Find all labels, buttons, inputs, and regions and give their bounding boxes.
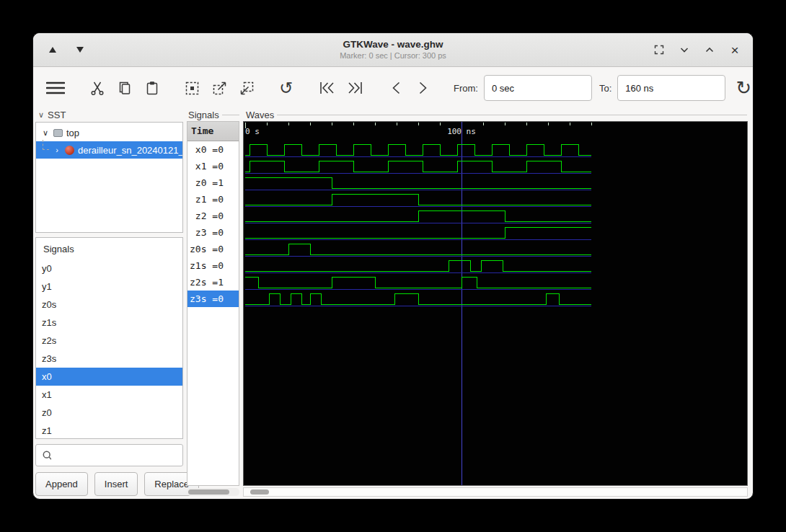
wave-canvas[interactable]: 0 s100 ns [244, 122, 747, 485]
sst-title: SST [48, 110, 66, 120]
wave-name-z0s[interactable]: z0s =0 [187, 241, 239, 257]
undo-icon: ↺ [279, 80, 293, 97]
undo-button[interactable]: ↺ [275, 76, 297, 100]
signal-list-item-z0s[interactable]: z0s [36, 296, 182, 314]
wave-name-z0[interactable]: z0 =1 [187, 174, 239, 191]
fullscreen-icon [653, 44, 665, 56]
skip-to-start-icon [318, 80, 335, 96]
fullscreen-button[interactable] [653, 43, 666, 56]
zoom-out-button[interactable] [236, 76, 257, 100]
wave-name-x1[interactable]: x1 =0 [187, 158, 239, 174]
wave-name-z2s[interactable]: z2s =1 [187, 274, 239, 291]
signal-list-item-y0[interactable]: y0 [36, 260, 182, 278]
wave-name-z1[interactable]: z1 =0 [187, 191, 239, 208]
go-to-start-button[interactable] [315, 76, 338, 100]
signal-list[interactable]: y0y1z0sz1sz2sz3sx0x1z0z1 [36, 260, 182, 439]
wave-name-z3s[interactable]: z3s =0 [187, 291, 239, 307]
refresh-icon: ↻ [736, 79, 751, 97]
window-title-area: GTKWave - wave.ghw Marker: 0 sec | Curso… [340, 39, 446, 61]
signal-list-item-z3s[interactable]: z3s [36, 350, 182, 368]
titlebar-left-controls [46, 33, 87, 66]
signal-list-item-x1[interactable]: x1 [36, 386, 182, 404]
entity-icon [65, 146, 74, 155]
signal-list-panel: Signals y0y1z0sz1sz2sz3sx0x1z0z1 [35, 237, 183, 439]
names-scrollbar-thumb[interactable] [188, 489, 229, 495]
tree-item-top[interactable]: ∨top [36, 124, 182, 141]
signal-buttons: AppendInsertReplace [35, 472, 184, 496]
sst-expander[interactable]: ∨ SST [38, 110, 66, 120]
signal-list-item-x0[interactable]: x0 [36, 368, 182, 386]
signal-list-item-z1s[interactable]: z1s [36, 314, 182, 332]
close-icon: × [730, 43, 738, 57]
names-rows[interactable]: x0 =0 x1 =0 z0 =1 z1 =0 z2 =0 z3 =0z0s =… [187, 141, 239, 307]
search-box[interactable] [35, 444, 183, 466]
names-panel: Time x0 =0 x1 =0 z0 =1 z1 =0 z2 =0 z3 =0… [187, 121, 239, 486]
titlebar-right-controls: × [653, 33, 741, 66]
shade-up-button[interactable] [46, 43, 59, 56]
triangle-down-icon [76, 47, 84, 53]
go-to-end-button[interactable] [344, 76, 367, 100]
hamburger-menu-icon [46, 81, 65, 95]
sst-tree[interactable]: ∨top›derailleur_sn_20240121_ [35, 122, 183, 233]
minimize-button[interactable] [678, 43, 691, 56]
signals-frame-label: Signals [188, 110, 239, 120]
paste-button[interactable] [141, 76, 163, 100]
zoom-fit-button[interactable] [181, 76, 203, 100]
wave-trace-x1 [245, 161, 591, 172]
wave-trace-x0 [245, 144, 591, 155]
wave-scrollbar[interactable] [243, 487, 748, 497]
titlebar[interactable]: GTKWave - wave.ghw Marker: 0 sec | Curso… [33, 33, 753, 67]
wave-name-z3[interactable]: z3 =0 [187, 224, 239, 241]
signal-list-item-z1[interactable]: z1 [36, 422, 182, 439]
wave-trace-z3s [245, 293, 591, 304]
search-icon [42, 450, 51, 461]
wave-trace-z1 [245, 194, 591, 205]
signal-list-item-z0[interactable]: z0 [36, 404, 182, 422]
toolbar: ↺ From: To: ↻ [33, 67, 753, 109]
from-input[interactable] [484, 75, 592, 101]
append-button[interactable]: Append [35, 472, 88, 496]
to-input[interactable] [617, 75, 725, 101]
wave-trace-z2s [245, 277, 591, 288]
next-edge-button[interactable] [412, 76, 434, 100]
tree-item-label: top [66, 128, 79, 138]
reload-button[interactable]: ↻ [731, 76, 754, 100]
wave-name-x0[interactable]: x0 =0 [187, 141, 239, 158]
prev-edge-button[interactable] [385, 76, 407, 100]
signals-frame-text: Signals [188, 110, 219, 120]
wave-panel[interactable]: 0 s100 ns [243, 121, 748, 486]
menu-button[interactable] [43, 76, 69, 100]
zoom-out-icon [239, 80, 255, 97]
expander-expanded-icon[interactable]: ∨ [41, 128, 50, 138]
shade-down-button[interactable] [74, 43, 87, 56]
copy-button[interactable] [114, 76, 136, 100]
time-header[interactable]: Time [187, 122, 239, 141]
chevron-right-icon [417, 80, 430, 96]
waves-frame-text: Waves [246, 110, 274, 120]
tree-guide-line [43, 140, 49, 150]
tree-item-label: derailleur_sn_20240121_ [78, 145, 182, 156]
search-input[interactable] [56, 445, 182, 466]
zoom-in-icon [211, 80, 228, 97]
tree-item-derailleur_sn_20240121_[interactable]: ›derailleur_sn_20240121_ [36, 141, 182, 159]
from-label: From: [454, 83, 478, 94]
chevron-left-icon [389, 80, 402, 96]
signal-list-item-y1[interactable]: y1 [36, 278, 182, 296]
insert-button[interactable]: Insert [94, 472, 138, 496]
signal-list-item-z2s[interactable]: z2s [36, 332, 182, 350]
cut-button[interactable] [87, 76, 108, 100]
expander-collapsed-icon[interactable]: › [53, 146, 61, 154]
copy-icon [117, 80, 133, 96]
wave-trace-z3 [245, 227, 591, 238]
wave-scrollbar-thumb[interactable] [250, 489, 269, 495]
zoom-in-button[interactable] [208, 76, 230, 100]
names-scrollbar[interactable] [187, 488, 239, 496]
window-status: Marker: 0 sec | Cursor: 300 ps [340, 51, 446, 61]
maximize-button[interactable] [703, 43, 716, 56]
wave-name-z1s[interactable]: z1s =0 [187, 257, 239, 274]
wave-name-z2[interactable]: z2 =0 [187, 208, 239, 224]
gtkwave-window: GTKWave - wave.ghw Marker: 0 sec | Curso… [32, 32, 754, 500]
close-button[interactable]: × [728, 43, 741, 56]
wave-trace-z1s [245, 260, 591, 271]
chevron-down-icon [679, 45, 689, 55]
